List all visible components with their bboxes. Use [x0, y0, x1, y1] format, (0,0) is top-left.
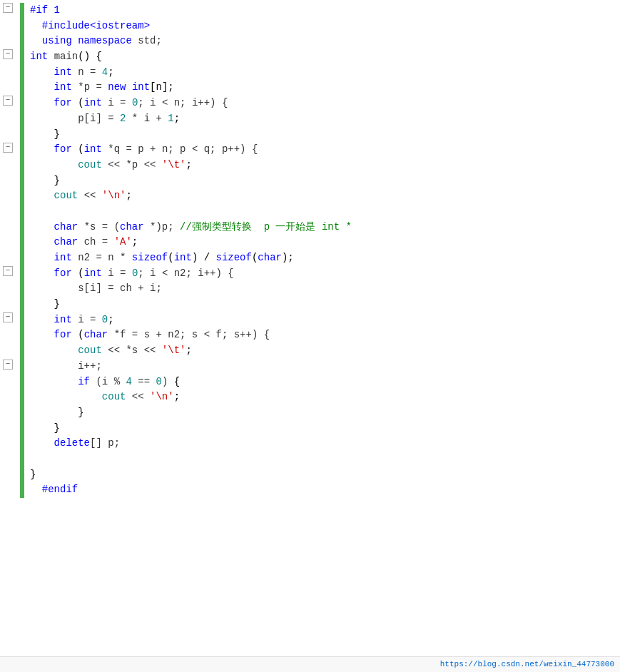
fold-marker-1[interactable]: − — [3, 3, 13, 13]
code-area: − − − − − − − #if 1 #include<iostream> u… — [0, 0, 620, 501]
watermark-text: https://blog.csdn.net/weixin_44773000 — [440, 660, 614, 668]
code-line: if (i % 4 == 0) { — [30, 375, 620, 390]
code-line: int *p = new int[n]; — [30, 80, 620, 96]
code-line: cout << *s << '\t'; — [30, 343, 620, 359]
code-line: #include<iostream> — [30, 19, 620, 34]
code-line: int n2 = n * sizeof(int) / sizeof(char); — [30, 250, 620, 266]
code-line: i++; — [30, 359, 620, 375]
code-line: p[i] = 2 * i + 1; — [30, 111, 620, 127]
lines-container: #if 1 #include<iostream> using namespace… — [24, 3, 620, 498]
fold-marker-9[interactable]: − — [3, 143, 13, 153]
fold-marker-21[interactable]: − — [3, 312, 13, 322]
code-line: char ch = 'A'; — [30, 235, 620, 250]
code-line: } — [30, 297, 620, 312]
code-line: char *s = (char *)p; //强制类型转换 p 一开始是 int… — [30, 220, 620, 235]
gutter: − − − − − − − — [0, 3, 20, 498]
fold-marker-3[interactable]: − — [3, 49, 13, 59]
code-line: for (int i = 0; i < n2; i++) { — [30, 266, 620, 282]
code-line: } — [30, 127, 620, 143]
fold-marker-25[interactable]: − — [3, 360, 13, 370]
code-line: s[i] = ch + i; — [30, 281, 620, 297]
code-line: int i = 0; — [30, 312, 620, 328]
code-line: } — [30, 421, 620, 437]
code-line: cout << '\n'; — [30, 390, 620, 405]
code-line: for (int i = 0; i < n; i++) { — [30, 96, 620, 111]
code-line — [30, 452, 620, 467]
fold-marker-17[interactable]: − — [3, 266, 13, 276]
code-line: using namespace std; — [30, 34, 620, 49]
code-line — [30, 204, 620, 220]
watermark-bar: https://blog.csdn.net/weixin_44773000 — [0, 656, 620, 672]
code-line: int n = 4; — [30, 65, 620, 81]
code-line: cout << *p << '\t'; — [30, 158, 620, 173]
code-line: delete[] p; — [30, 436, 620, 452]
code-line: } — [30, 405, 620, 421]
code-line: #endif — [30, 482, 620, 498]
fold-marker-6[interactable]: − — [3, 96, 13, 106]
code-line: } — [30, 173, 620, 189]
code-line: cout << '\n'; — [30, 188, 620, 204]
code-line: } — [30, 467, 620, 483]
code-container: − − − − − − − #if 1 #include<iostream> u… — [0, 0, 620, 672]
code-line: #if 1 — [30, 3, 620, 19]
code-line: for (char *f = s + n2; s < f; s++) { — [30, 327, 620, 343]
code-line: int main() { — [30, 49, 620, 65]
code-line: for (int *q = p + n; p < q; p++) { — [30, 142, 620, 158]
